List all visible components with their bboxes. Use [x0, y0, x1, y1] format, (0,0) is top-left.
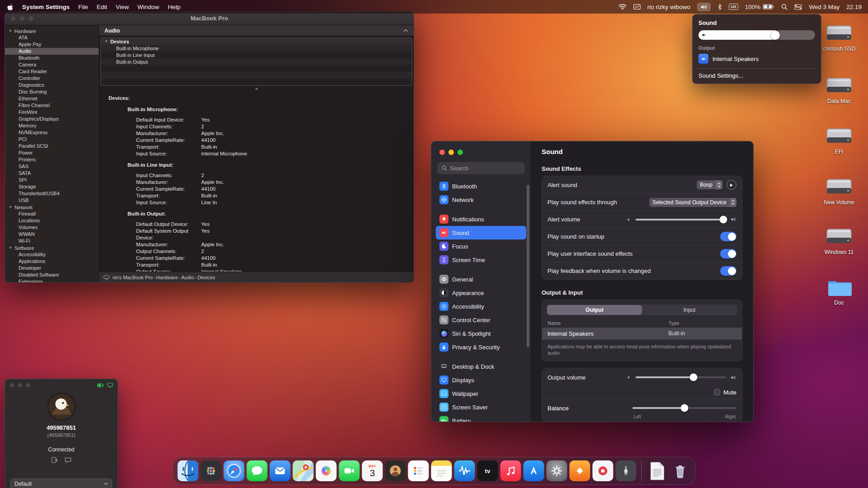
sidebar-item-desktop-dock[interactable]: Desktop & Dock: [436, 360, 526, 373]
user-menu[interactable]: rio rizky wibowo: [647, 4, 690, 10]
slider-knob[interactable]: [720, 216, 727, 223]
sysinfo-titlebar[interactable]: MacBook Pro: [5, 12, 414, 25]
slider-knob[interactable]: [681, 404, 689, 412]
dock-finder-icon[interactable]: [178, 460, 198, 481]
remote-titlebar[interactable]: [5, 379, 118, 391]
zoom-button[interactable]: [28, 16, 34, 21]
sysinfo-item-wi-fi[interactable]: Wi-Fi: [5, 238, 99, 244]
sysinfo-item-storage[interactable]: Storage: [5, 183, 99, 190]
breadcrumb-item-devices[interactable]: Devices: [198, 275, 215, 280]
sysinfo-item-usb[interactable]: USB: [5, 197, 99, 204]
sysinfo-item-graphics-displays[interactable]: Graphics/Displays: [5, 116, 99, 122]
dock-calendar-icon[interactable]: MAY3: [362, 460, 383, 481]
search-input[interactable]: [450, 165, 513, 172]
battery-status-icon[interactable]: [97, 383, 104, 387]
sidebar-item-appearance[interactable]: Appearance: [436, 286, 526, 300]
dock-mail-icon[interactable]: [270, 460, 291, 481]
dock-red-white-app-icon[interactable]: [593, 460, 613, 481]
spotlight-icon[interactable]: [781, 4, 788, 10]
sysinfo-item-locations[interactable]: Locations: [5, 217, 99, 224]
sysinfo-item-firewall[interactable]: Firewall: [5, 211, 99, 217]
menu-view[interactable]: View: [116, 4, 129, 10]
close-button[interactable]: [10, 16, 16, 21]
play-alert-button[interactable]: ▶: [726, 180, 736, 190]
breadcrumb-item-rio-s-macbook-pro[interactable]: rio's MacBook Pro: [113, 275, 153, 280]
device-row-built-in-microphone[interactable]: Built-in Microphone: [101, 45, 412, 52]
dock-utility-app-icon[interactable]: [616, 460, 637, 481]
bluetooth-icon[interactable]: [717, 4, 722, 10]
sysinfo-item-nvmexpress[interactable]: NVMExpress: [5, 129, 99, 136]
stats-icon[interactable]: [633, 4, 641, 9]
desktop-icon-windows-11[interactable]: Windows 11: [816, 226, 862, 255]
sidebar-item-displays[interactable]: Displays: [436, 373, 526, 387]
menu-bar-date[interactable]: Wed 3 May: [809, 4, 840, 10]
minimize-button[interactable]: [18, 383, 23, 388]
dock-audio-wave-icon[interactable]: [454, 460, 475, 481]
menu-bar-time[interactable]: 22.19: [846, 4, 862, 10]
minimize-button[interactable]: [448, 150, 454, 155]
sidebar-item-siri-spotlight[interactable]: Siri & Spotlight: [436, 327, 526, 340]
zoom-button[interactable]: [26, 383, 31, 388]
desktop-icon-chintosh-ssd[interactable]: chintosh SSD: [816, 23, 862, 52]
sysinfo-section-network[interactable]: ▼Network: [5, 204, 99, 211]
dock-facetime-icon[interactable]: [339, 460, 360, 481]
desktop-icon-doc[interactable]: Doc: [816, 277, 862, 306]
desktop-icon-data-mac[interactable]: Data Mac: [816, 75, 862, 104]
sysinfo-item-audio[interactable]: Audio: [5, 48, 99, 55]
dock-apple-tv-icon[interactable]: tv: [477, 460, 498, 481]
sysinfo-item-wwan[interactable]: WWAN: [5, 231, 99, 238]
collapse-chevron-icon[interactable]: [403, 29, 408, 32]
slider-knob[interactable]: [771, 31, 780, 40]
devices-table-header[interactable]: ▼Devices: [101, 38, 412, 45]
sidebar-item-screen-saver[interactable]: Screen Saver: [436, 400, 526, 414]
sysinfo-section-software[interactable]: ▼Software: [5, 244, 99, 251]
sysinfo-item-extensions[interactable]: Extensions: [5, 278, 99, 282]
dock-launchpad-icon[interactable]: [201, 460, 222, 481]
sysinfo-item-parallel-scsi[interactable]: Parallel SCSI: [5, 143, 99, 150]
volume-menu-icon[interactable]: [697, 3, 711, 11]
output-volume-slider[interactable]: [636, 376, 726, 378]
dock-app-store-icon[interactable]: [524, 460, 544, 481]
display-status-icon[interactable]: [107, 383, 113, 388]
sysinfo-item-memory[interactable]: Memory: [5, 122, 99, 129]
breadcrumb-item-audio[interactable]: Audio: [181, 275, 194, 280]
output-device-row[interactable]: Internal Speakers: [698, 54, 815, 64]
mute-checkbox[interactable]: [714, 389, 720, 395]
menu-window[interactable]: Window: [137, 4, 159, 10]
disclosure-triangle-icon[interactable]: ▼: [9, 29, 12, 33]
sidebar-item-general[interactable]: General: [436, 272, 526, 286]
device-row-built-in-output[interactable]: Built-in Output: [101, 58, 412, 65]
sysinfo-item-apple-pay[interactable]: Apple Pay: [5, 41, 99, 48]
close-button[interactable]: [9, 383, 14, 388]
sysinfo-section-hardware[interactable]: ▼Hardware: [5, 28, 99, 34]
disclosure-triangle-icon[interactable]: ▼: [9, 205, 12, 209]
sidebar-item-network[interactable]: Network: [436, 193, 526, 206]
dock-music-icon[interactable]: [500, 460, 521, 481]
device-row-internal-speakers[interactable]: Internal SpeakersBuilt-in: [542, 328, 742, 339]
file-transfer-icon[interactable]: [51, 457, 58, 464]
dock-orange-diamond-app-icon[interactable]: [570, 460, 590, 481]
menu-help[interactable]: Help: [168, 4, 180, 10]
toggle-play-user-interface-sound-effects[interactable]: [720, 249, 736, 258]
sysinfo-item-accessibility[interactable]: Accessibility: [5, 251, 99, 258]
sysinfo-item-developer[interactable]: Developer: [5, 265, 99, 272]
sysinfo-item-fibre-channel[interactable]: Fibre Channel: [5, 102, 99, 109]
dock-system-settings-icon[interactable]: [547, 460, 567, 481]
sysinfo-item-pci[interactable]: PCI: [5, 136, 99, 143]
device-row-built-in-line-input[interactable]: Built-in Line Input: [101, 52, 412, 58]
sidebar-item-focus[interactable]: Focus: [436, 239, 526, 253]
sysinfo-item-camera[interactable]: Camera: [5, 61, 99, 68]
desktop-icon-efi[interactable]: EFI: [816, 126, 862, 155]
sysinfo-item-applications[interactable]: Applications: [5, 258, 99, 265]
sysinfo-item-power[interactable]: Power: [5, 150, 99, 156]
dock-photos-icon[interactable]: [316, 460, 337, 481]
sidebar-scrollbar[interactable]: [527, 185, 529, 347]
sysinfo-item-thunderbolt-usb4[interactable]: Thunderbolt/USB4: [5, 190, 99, 197]
disclosure-triangle-icon[interactable]: ▼: [104, 39, 108, 43]
sysinfo-item-printers[interactable]: Printers: [5, 156, 99, 163]
sidebar-item-sound[interactable]: Sound: [436, 226, 526, 239]
sidebar-item-screen-time[interactable]: Screen Time: [436, 253, 526, 267]
sysinfo-item-spi[interactable]: SPI: [5, 177, 99, 183]
sound-settings-link[interactable]: Sound Settings...: [698, 72, 815, 79]
sysinfo-item-firewire[interactable]: FireWire: [5, 109, 99, 116]
